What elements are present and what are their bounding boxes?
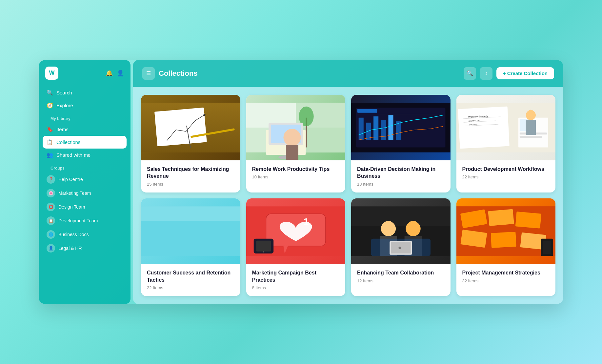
- group-avatar: ⭕: [47, 203, 55, 211]
- sidebar-item-items[interactable]: 🔖 Items: [43, 123, 127, 136]
- sidebar-header-icons: 🔔 👤: [106, 70, 124, 77]
- sidebar-item-collections[interactable]: 📋 Collections: [43, 136, 127, 149]
- card-title-team-collaboration: Enhancing Team Collaboration: [357, 269, 445, 276]
- svg-rect-24: [381, 120, 386, 140]
- svg-rect-75: [491, 232, 516, 248]
- card-items-remote-work: 10 Items: [252, 174, 340, 179]
- collections-icon: 📋: [47, 139, 53, 145]
- card-image-customer-success: [141, 198, 240, 264]
- card-title-customer-success: Customer Success and Retention Tactics: [147, 269, 234, 283]
- group-label: Business Docs: [58, 232, 89, 237]
- card-body-data-driven: Data-Driven Decision Making in Business …: [351, 160, 451, 192]
- card-body-customer-success: Customer Success and Retention Tactics 2…: [141, 264, 240, 296]
- page-title: Collections: [159, 69, 198, 78]
- card-image-data-driven: [351, 95, 451, 160]
- groups-label: Groups: [43, 161, 127, 172]
- group-avatar: ❓: [47, 175, 55, 184]
- sidebar-item-legal-hr[interactable]: 👤 Legal & HR: [43, 241, 127, 255]
- svg-rect-38: [519, 136, 542, 138]
- collection-card-project-management[interactable]: Project Management Strategies 32 Items: [456, 198, 556, 296]
- group-avatar: 🌸: [47, 189, 55, 197]
- sidebar-item-development-team[interactable]: 📋 Development Team: [43, 214, 127, 228]
- collection-card-product-development[interactable]: Workflow Strategy abandon cart 1 hr dela…: [456, 95, 556, 192]
- sidebar-label-collections: Collections: [56, 139, 80, 145]
- svg-rect-72: [488, 209, 514, 226]
- card-title-marketing-campaign: Marketing Campaign Best Practices: [252, 269, 340, 283]
- sidebar-label-explore: Explore: [56, 103, 73, 108]
- card-items-product-development: 22 Items: [462, 174, 550, 179]
- card-body-product-development: Product Development Workflows 22 Items: [456, 160, 556, 186]
- card-items-team-collaboration: 12 Items: [357, 278, 445, 283]
- svg-rect-2: [154, 108, 207, 147]
- app-container: W 🔔 👤 🔍 Search 🧭 Explore My Library 🔖 It…: [39, 60, 563, 304]
- profile-icon[interactable]: 👤: [117, 70, 124, 77]
- sidebar-item-marketing-team[interactable]: 🌸 Marketing Team: [43, 186, 127, 200]
- sidebar-label-shared: Shared with me: [56, 152, 90, 158]
- notification-icon[interactable]: 🔔: [106, 70, 113, 77]
- group-avatar: 🌐: [47, 230, 55, 239]
- card-body-project-management: Project Management Strategies 32 Items: [456, 264, 556, 289]
- sidebar-label-search: Search: [56, 90, 72, 95]
- sidebar-toggle-button[interactable]: ☰: [142, 67, 155, 80]
- card-image-marketing-campaign: 1: [246, 198, 346, 264]
- collection-card-customer-success[interactable]: Customer Success and Retention Tactics 2…: [141, 198, 240, 296]
- shared-icon: 👥: [47, 152, 53, 158]
- card-image-sales-techniques: [141, 95, 240, 160]
- sidebar-item-explore[interactable]: 🧭 Explore: [43, 99, 127, 112]
- sidebar-item-help-centre[interactable]: ❓ Help Centre: [43, 172, 127, 186]
- svg-rect-78: [543, 241, 551, 254]
- svg-text:1: 1: [303, 216, 309, 227]
- svg-rect-28: [458, 106, 509, 149]
- card-title-sales-techniques: Sales Techniques for Maximizing Revenue: [147, 166, 234, 180]
- my-library-label: My Library: [43, 112, 127, 123]
- collections-grid: Sales Techniques for Maximizing Revenue …: [133, 87, 563, 304]
- collection-card-remote-work[interactable]: Remote Work Productivity Tips 10 Items: [246, 95, 346, 192]
- svg-rect-19: [357, 109, 377, 112]
- sidebar-item-shared[interactable]: 👥 Shared with me: [43, 149, 127, 161]
- group-label: Design Team: [58, 204, 85, 210]
- collection-card-team-collaboration[interactable]: Enhancing Team Collaboration 12 Items: [351, 198, 451, 296]
- card-items-customer-success: 22 Items: [147, 285, 234, 290]
- card-items-marketing-campaign: 8 Items: [252, 285, 340, 290]
- main-content: ☰ Collections 🔍 ↕️ + Create Collection: [133, 60, 563, 304]
- card-body-sales-techniques: Sales Techniques for Maximizing Revenue …: [141, 160, 240, 192]
- svg-rect-21: [359, 118, 364, 140]
- svg-point-56: [263, 251, 264, 253]
- search-button[interactable]: 🔍: [464, 67, 476, 80]
- create-collection-button[interactable]: + Create Collection: [496, 67, 554, 79]
- header-right: 🔍 ↕️ + Create Collection: [464, 67, 554, 80]
- card-body-marketing-campaign: Marketing Campaign Best Practices 8 Item…: [246, 264, 346, 296]
- svg-rect-16: [286, 145, 298, 160]
- svg-rect-23: [373, 116, 378, 140]
- svg-point-61: [383, 221, 394, 232]
- sidebar-item-design-team[interactable]: ⭕ Design Team: [43, 200, 127, 214]
- collection-card-sales-techniques[interactable]: Sales Techniques for Maximizing Revenue …: [141, 95, 240, 192]
- svg-rect-73: [515, 212, 541, 229]
- bookmark-icon: 🔖: [47, 126, 53, 132]
- svg-rect-40: [526, 120, 535, 135]
- collection-card-marketing-campaign[interactable]: 1 Marketing Campaign Best Practices 8 It…: [246, 198, 346, 296]
- svg-point-64: [408, 221, 418, 232]
- svg-rect-55: [256, 241, 271, 252]
- sidebar-header: W 🔔 👤: [39, 67, 130, 86]
- card-title-remote-work: Remote Work Productivity Tips: [252, 166, 340, 173]
- header-left: ☰ Collections: [142, 67, 198, 80]
- sort-button[interactable]: ↕️: [480, 67, 492, 80]
- group-label: Help Centre: [58, 177, 83, 182]
- collection-card-data-driven[interactable]: Data-Driven Decision Making in Business …: [351, 95, 451, 192]
- sidebar-item-search[interactable]: 🔍 Search: [43, 86, 127, 99]
- card-items-data-driven: 18 Items: [357, 182, 445, 187]
- explore-icon: 🧭: [47, 102, 53, 109]
- card-items-project-management: 32 Items: [462, 278, 550, 283]
- svg-rect-25: [388, 115, 393, 140]
- app-logo[interactable]: W: [45, 67, 58, 80]
- group-avatar: 📋: [47, 216, 55, 225]
- sidebar: W 🔔 👤 🔍 Search 🧭 Explore My Library 🔖 It…: [39, 60, 130, 304]
- search-icon: 🔍: [47, 90, 53, 96]
- group-label: Legal & HR: [58, 246, 82, 251]
- svg-rect-43: [141, 221, 240, 256]
- svg-point-68: [398, 247, 401, 249]
- card-title-project-management: Project Management Strategies: [462, 269, 550, 276]
- sidebar-item-business-docs[interactable]: 🌐 Business Docs: [43, 228, 127, 241]
- card-title-data-driven: Data-Driven Decision Making in Business: [357, 166, 445, 180]
